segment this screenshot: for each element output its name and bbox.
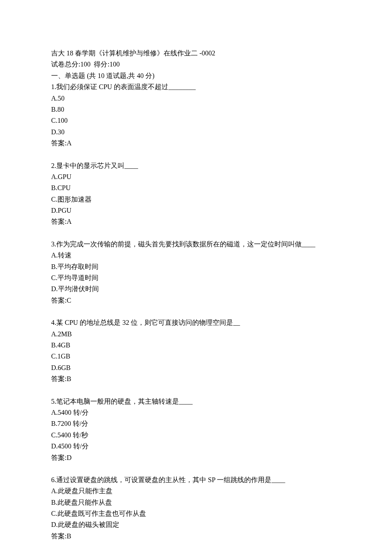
question-answer: 答案:C: [51, 295, 341, 306]
score-line: 试卷总分:100 得分:100: [51, 59, 341, 70]
question-block: 6.通过设置硬盘的跳线，可设置硬盘的主从性，其中 SP 一组跳线的作用是____…: [51, 474, 341, 542]
question-stem: 4.某 CPU 的地址总线是 32 位，则它可直接访问的物理空间是__: [51, 317, 341, 328]
question-answer: 答案:B: [51, 373, 341, 384]
question-block: 5.笔记本电脑一般用的硬盘，其主轴转速是____A.5400 转/分B.7200…: [51, 396, 341, 463]
question-option: C.5400 转/秒: [51, 430, 341, 441]
question-answer: 答案:A: [51, 138, 341, 149]
question-option: A.2MB: [51, 329, 341, 340]
question-option: D.4500 转/分: [51, 441, 341, 452]
question-option: B.80: [51, 104, 341, 115]
question-option: B.平均存取时间: [51, 261, 341, 272]
question-block: 3.作为完成一次传输的前提，磁头首先要找到该数据所在的磁道，这一定位时间叫做__…: [51, 239, 341, 306]
question-option: A.5400 转/分: [51, 407, 341, 418]
question-option: A.GPU: [51, 171, 341, 182]
question-option: A.此硬盘只能作主盘: [51, 486, 341, 497]
question-answer: 答案:A: [51, 216, 341, 227]
document-page: 吉大 18 春学期《计算机维护与维修》在线作业二 -0002 试卷总分:100 …: [0, 0, 392, 555]
question-stem: 5.笔记本电脑一般用的硬盘，其主轴转速是____: [51, 396, 341, 407]
question-option: B.CPU: [51, 182, 341, 194]
section-title: 一、单选题 (共 10 道试题,共 40 分): [51, 70, 341, 81]
question-option: A.转速: [51, 250, 341, 261]
question-answer: 答案:B: [51, 531, 341, 542]
question-stem: 2.显卡中的显示芯片又叫____: [51, 160, 341, 171]
question-option: A.50: [51, 93, 341, 104]
question-option: D.平均潜伏时间: [51, 283, 341, 295]
question-option: D.6GB: [51, 362, 341, 373]
question-option: C.1GB: [51, 351, 341, 362]
question-option: D.PGU: [51, 205, 341, 216]
question-stem: 1.我们必须保证 CPU 的表面温度不超过________: [51, 81, 341, 92]
question-block: 4.某 CPU 的地址总线是 32 位，则它可直接访问的物理空间是__A.2MB…: [51, 317, 341, 384]
question-stem: 6.通过设置硬盘的跳线，可设置硬盘的主从性，其中 SP 一组跳线的作用是____: [51, 474, 341, 486]
question-option: C.100: [51, 115, 341, 126]
question-option: B.4GB: [51, 340, 341, 351]
questions-container: 1.我们必须保证 CPU 的表面温度不超过________A.50B.80C.1…: [51, 81, 341, 542]
document-title: 吉大 18 春学期《计算机维护与维修》在线作业二 -0002: [51, 48, 341, 59]
question-option: D.30: [51, 127, 341, 138]
question-answer: 答案:D: [51, 452, 341, 463]
question-block: 2.显卡中的显示芯片又叫____A.GPUB.CPUC.图形加速器D.PGU答案…: [51, 160, 341, 228]
question-option: C.图形加速器: [51, 194, 341, 205]
question-option: D.此硬盘的磁头被固定: [51, 519, 341, 530]
question-option: B.7200 转/分: [51, 418, 341, 429]
question-block: 1.我们必须保证 CPU 的表面温度不超过________A.50B.80C.1…: [51, 81, 341, 149]
question-stem: 3.作为完成一次传输的前提，磁头首先要找到该数据所在的磁道，这一定位时间叫做__…: [51, 239, 341, 250]
question-option: B.此硬盘只能作从盘: [51, 497, 341, 508]
document-header: 吉大 18 春学期《计算机维护与维修》在线作业二 -0002 试卷总分:100 …: [51, 48, 341, 81]
question-option: C.平均寻道时间: [51, 272, 341, 283]
question-option: C.此硬盘既可作主盘也可作从盘: [51, 508, 341, 519]
